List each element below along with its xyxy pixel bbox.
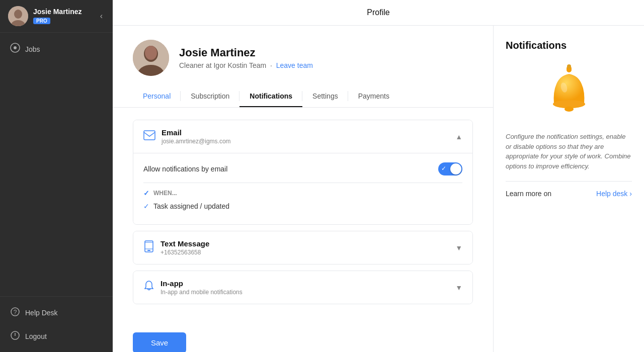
sidebar-nav: Jobs bbox=[0, 33, 113, 296]
profile-avatar bbox=[133, 40, 169, 76]
help-desk-arrow-icon: › bbox=[629, 190, 632, 198]
email-notification-group: Email josie.amrtinez@igms.com ▲ Allow no… bbox=[133, 120, 473, 225]
toggle-check-icon: ✓ bbox=[441, 165, 446, 172]
email-group-header[interactable]: Email josie.amrtinez@igms.com ▲ bbox=[133, 120, 472, 153]
email-address: josie.amrtinez@igms.com bbox=[162, 138, 231, 145]
save-button[interactable]: Save bbox=[133, 332, 186, 352]
profile-info: Josie Martinez Cleaner at Igor Kostin Te… bbox=[179, 46, 313, 69]
svg-point-4 bbox=[14, 46, 17, 49]
pro-badge: PRO bbox=[33, 18, 50, 24]
sidebar-item-jobs[interactable]: Jobs bbox=[0, 37, 113, 61]
svg-point-12 bbox=[145, 46, 157, 60]
text-message-chevron-down-icon: ▼ bbox=[455, 244, 462, 252]
jobs-icon bbox=[10, 43, 20, 55]
email-toggle-label: Allow notifications by email bbox=[143, 165, 227, 173]
sidebar-bottom: ? Help Desk Logout bbox=[0, 296, 113, 352]
when-check-icon: ✓ bbox=[143, 189, 149, 197]
right-panel-description: Configure the notification settings, ena… bbox=[506, 132, 632, 171]
sidebar-header: Josie Martinez PRO ‹ bbox=[0, 0, 113, 33]
tabs: Personal Subscription Notifications Sett… bbox=[113, 86, 493, 108]
sidebar-item-label-jobs: Jobs bbox=[25, 45, 40, 53]
svg-point-20 bbox=[567, 64, 571, 68]
profile-name: Josie Martinez bbox=[179, 46, 313, 59]
when-label: ✓ WHEN... bbox=[143, 189, 462, 197]
when-section: ✓ WHEN... ✓ Task assigned / updated bbox=[143, 185, 462, 216]
avatar bbox=[8, 6, 28, 26]
email-divider bbox=[143, 183, 462, 183]
sidebar-item-logout[interactable]: Logout bbox=[0, 324, 113, 348]
tab-personal[interactable]: Personal bbox=[133, 86, 181, 107]
profile-header: Josie Martinez Cleaner at Igor Kostin Te… bbox=[113, 26, 493, 86]
sidebar-item-label-logout: Logout bbox=[25, 332, 47, 340]
email-chevron-up-icon: ▲ bbox=[455, 133, 462, 141]
email-toggle-row: Allow notifications by email ✓ bbox=[143, 157, 462, 181]
svg-text:?: ? bbox=[14, 309, 17, 316]
in-app-chevron-down-icon: ▼ bbox=[455, 284, 462, 292]
tab-subscription[interactable]: Subscription bbox=[181, 86, 239, 107]
leave-team-link[interactable]: Leave team bbox=[276, 61, 313, 69]
in-app-type-label: In-app bbox=[160, 279, 243, 288]
save-section: Save bbox=[113, 322, 493, 352]
text-message-type-label: Text Message bbox=[160, 239, 209, 248]
text-message-group-info: Text Message +16352563658 bbox=[160, 239, 209, 256]
text-message-notification-group: Text Message +16352563658 ▼ bbox=[133, 231, 473, 265]
sidebar-item-label-help-desk: Help Desk bbox=[25, 309, 58, 317]
profile-subtitle: Cleaner at Igor Kostin Team · Leave team bbox=[179, 61, 313, 69]
in-app-header-left: In-app In-app and mobile notifications bbox=[143, 279, 243, 296]
profile-main: Josie Martinez Cleaner at Igor Kostin Te… bbox=[113, 26, 493, 352]
bell-icon-wrapper bbox=[506, 61, 632, 122]
in-app-group-info: In-app In-app and mobile notifications bbox=[160, 279, 243, 296]
help-desk-icon: ? bbox=[10, 307, 20, 318]
tab-settings[interactable]: Settings bbox=[302, 86, 348, 107]
svg-rect-15 bbox=[147, 250, 150, 251]
in-app-description: In-app and mobile notifications bbox=[160, 289, 243, 296]
in-app-notification-group: In-app In-app and mobile notifications ▼ bbox=[133, 271, 473, 304]
right-panel: Notifications bbox=[493, 26, 644, 352]
notifications-section: Email josie.amrtinez@igms.com ▲ Allow no… bbox=[113, 108, 493, 322]
content-wrapper: Josie Martinez Cleaner at Igor Kostin Te… bbox=[113, 26, 644, 352]
sidebar: Josie Martinez PRO ‹ Jobs ? Help Desk bbox=[0, 0, 113, 352]
page-title: Profile bbox=[367, 8, 389, 17]
logout-icon bbox=[10, 330, 20, 342]
text-message-group-header[interactable]: Text Message +16352563658 ▼ bbox=[133, 231, 472, 264]
help-desk-link[interactable]: Help desk › bbox=[596, 190, 632, 198]
email-toggle-switch[interactable]: ✓ bbox=[438, 162, 462, 175]
svg-point-1 bbox=[14, 10, 22, 19]
right-panel-divider bbox=[506, 181, 632, 182]
learn-more-row: Learn more on Help desk › bbox=[506, 190, 632, 198]
sidebar-user-info: Josie Martinez PRO bbox=[33, 8, 93, 25]
learn-more-label: Learn more on bbox=[506, 190, 551, 198]
email-header-left: Email josie.amrtinez@igms.com bbox=[143, 128, 231, 145]
right-panel-title: Notifications bbox=[506, 40, 632, 51]
text-header-left: Text Message +16352563658 bbox=[143, 239, 209, 256]
email-expanded-content: Allow notifications by email ✓ ✓ WHEN... bbox=[133, 153, 472, 224]
condition-check-icon: ✓ bbox=[143, 202, 149, 210]
topbar: Profile bbox=[113, 0, 644, 26]
sidebar-item-help-desk[interactable]: ? Help Desk bbox=[0, 301, 113, 324]
email-type-label: Email bbox=[162, 128, 231, 137]
sidebar-username: Josie Martinez bbox=[33, 8, 93, 16]
tab-payments[interactable]: Payments bbox=[348, 86, 399, 107]
svg-point-23 bbox=[565, 107, 574, 112]
when-condition-1: ✓ Task assigned / updated bbox=[143, 200, 462, 212]
profile-role: Cleaner at Igor Kostin Team bbox=[179, 61, 266, 69]
tab-notifications[interactable]: Notifications bbox=[239, 86, 302, 107]
svg-rect-13 bbox=[144, 131, 155, 140]
text-message-phone: +16352563658 bbox=[160, 249, 209, 256]
large-bell-icon bbox=[539, 61, 599, 122]
sidebar-collapse-button[interactable]: ‹ bbox=[98, 10, 105, 23]
email-group-info: Email josie.amrtinez@igms.com bbox=[162, 128, 231, 145]
in-app-group-header[interactable]: In-app In-app and mobile notifications ▼ bbox=[133, 271, 472, 304]
email-icon bbox=[143, 130, 155, 143]
main-area: Profile Josie Martinez Cleaner at Igor bbox=[113, 0, 644, 352]
text-message-icon bbox=[143, 240, 154, 255]
in-app-bell-icon bbox=[143, 280, 154, 295]
